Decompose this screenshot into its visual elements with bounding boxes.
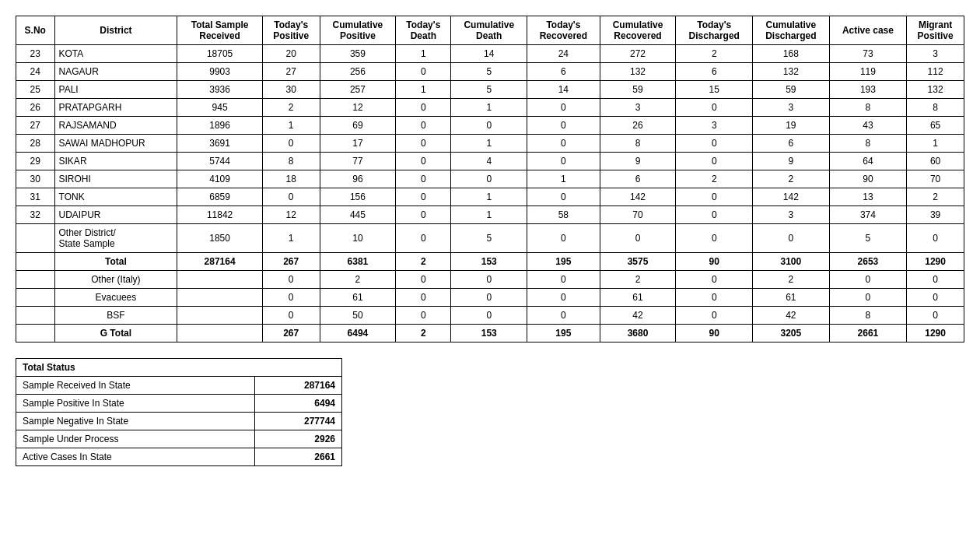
cell-tr: 0 — [527, 99, 600, 117]
cell-cd: 0 — [451, 117, 527, 135]
col-tr: Today'sRecovered — [527, 16, 600, 45]
cell-cp: 359 — [320, 45, 396, 63]
cell-tr: 0 — [527, 135, 600, 153]
cell-district: UDAIPUR — [54, 206, 177, 224]
table-row: 25 PALI 3936 30 257 1 5 14 59 15 59 193 … — [16, 81, 964, 99]
cell-cr: 142 — [600, 188, 676, 206]
cell-district: SAWAI MADHOPUR — [54, 135, 177, 153]
cell-sno — [16, 253, 55, 271]
cell-cr: 6 — [600, 170, 676, 188]
cell-cd: 14 — [451, 45, 527, 63]
cell-district: NAGAUR — [54, 63, 177, 81]
col-tp: Today'sPositive — [262, 16, 320, 45]
cell-sno: 31 — [16, 188, 55, 206]
cell-tsr: 1850 — [177, 224, 263, 253]
cell-tp: 0 — [262, 135, 320, 153]
col-cr: CumulativeRecovered — [600, 16, 676, 45]
status-row: Sample Negative In State 277744 — [16, 413, 342, 430]
cell-tdis: 0 — [676, 153, 753, 170]
cell-tdis: 90 — [676, 253, 753, 271]
cell-ac: 13 — [829, 188, 907, 206]
col-cdis: CumulativeDischarged — [753, 16, 830, 45]
cell-cr: 0 — [600, 224, 676, 253]
cell-ac: 8 — [829, 135, 907, 153]
cell-cr: 8 — [600, 135, 676, 153]
col-cp: CumulativePositive — [320, 16, 396, 45]
cell-cd: 1 — [451, 135, 527, 153]
cell-mp: 39 — [907, 206, 964, 224]
evacuees-row: Evacuees 0 61 0 0 0 61 0 61 0 0 — [16, 289, 964, 307]
cell-tsr: 945 — [177, 99, 263, 117]
cell-ac: 8 — [829, 99, 907, 117]
cell-sno: 27 — [16, 117, 55, 135]
status-value: 277744 — [254, 413, 341, 430]
cell-tdis: 2 — [676, 170, 753, 188]
cell-cdis: 59 — [753, 81, 830, 99]
cell-tdis: 0 — [676, 206, 753, 224]
cell-cp: 12 — [320, 99, 396, 117]
cell-td: 0 — [396, 224, 451, 253]
status-value: 287164 — [254, 377, 341, 395]
cell-sno: 23 — [16, 45, 55, 63]
total-row: Total 287164 267 6381 2 153 195 3575 90 … — [16, 253, 964, 271]
table-row: 26 PRATAPGARH 945 2 12 0 1 0 3 0 3 8 8 — [16, 99, 964, 117]
cell-ac: 43 — [829, 117, 907, 135]
status-row: Sample Under Process 2926 — [16, 430, 342, 448]
status-label: Sample Under Process — [16, 430, 255, 448]
cell-tp: 1 — [262, 224, 320, 253]
cell-ac: 90 — [829, 170, 907, 188]
status-label: Sample Negative In State — [16, 413, 255, 430]
cell-mp: 1 — [907, 135, 964, 153]
cell-cdis: 19 — [753, 117, 830, 135]
covid-data-table: S.No District Total SampleReceived Today… — [16, 16, 964, 342]
cell-sno: 26 — [16, 99, 55, 117]
cell-td: 0 — [396, 153, 451, 170]
cell-mp: 8 — [907, 99, 964, 117]
table-row: 29 SIKAR 5744 8 77 0 4 0 9 0 9 64 60 — [16, 153, 964, 170]
cell-ac: 64 — [829, 153, 907, 170]
cell-tr: 1 — [527, 170, 600, 188]
cell-td: 0 — [396, 99, 451, 117]
cell-mp: 3 — [907, 45, 964, 63]
cell-tsr: 3691 — [177, 135, 263, 153]
col-td: Today'sDeath — [396, 16, 451, 45]
cell-cr: 59 — [600, 81, 676, 99]
col-sno: S.No — [16, 16, 55, 45]
cell-cp: 156 — [320, 188, 396, 206]
cell-tsr: 4109 — [177, 170, 263, 188]
status-value: 2926 — [254, 430, 341, 448]
cell-td: 1 — [396, 81, 451, 99]
cell-cdis: 3100 — [753, 253, 830, 271]
cell-mp: 112 — [907, 63, 964, 81]
cell-tr: 0 — [527, 188, 600, 206]
cell-cr: 132 — [600, 63, 676, 81]
status-label: Sample Received In State — [16, 377, 255, 395]
cell-tp: 0 — [262, 188, 320, 206]
cell-tp: 18 — [262, 170, 320, 188]
cell-tr: 24 — [527, 45, 600, 63]
cell-district: SIKAR — [54, 153, 177, 170]
cell-cp: 77 — [320, 153, 396, 170]
cell-mp: 70 — [907, 170, 964, 188]
table-row: 24 NAGAUR 9903 27 256 0 5 6 132 6 132 11… — [16, 63, 964, 81]
cell-ac: 374 — [829, 206, 907, 224]
cell-tdis: 2 — [676, 45, 753, 63]
cell-cd: 1 — [451, 206, 527, 224]
cell-cdis: 132 — [753, 63, 830, 81]
cell-tsr: 3936 — [177, 81, 263, 99]
status-label: Active Cases In State — [16, 448, 255, 466]
cell-tr: 195 — [527, 253, 600, 271]
status-row: Active Cases In State 2661 — [16, 448, 342, 466]
status-value: 2661 — [254, 448, 341, 466]
cell-district: PALI — [54, 81, 177, 99]
cell-ac: 2653 — [829, 253, 907, 271]
cell-district: SIROHI — [54, 170, 177, 188]
table-row: 28 SAWAI MADHOPUR 3691 0 17 0 1 0 8 0 6 … — [16, 135, 964, 153]
cell-tp: 2 — [262, 99, 320, 117]
cell-cdis: 2 — [753, 170, 830, 188]
cell-td: 0 — [396, 170, 451, 188]
cell-sno: 29 — [16, 153, 55, 170]
cell-cr: 26 — [600, 117, 676, 135]
cell-tp: 30 — [262, 81, 320, 99]
cell-cd: 4 — [451, 153, 527, 170]
